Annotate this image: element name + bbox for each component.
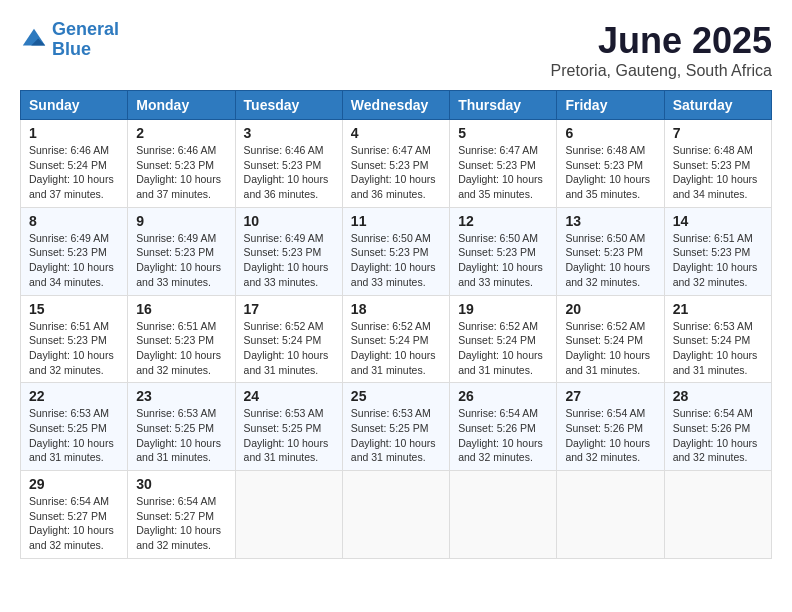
calendar-cell: 13 Sunrise: 6:50 AM Sunset: 5:23 PM Dayl… (557, 207, 664, 295)
day-info: Sunrise: 6:50 AM Sunset: 5:23 PM Dayligh… (458, 231, 548, 290)
week-row-0: 1 Sunrise: 6:46 AM Sunset: 5:24 PM Dayli… (21, 120, 772, 208)
calendar-cell: 21 Sunrise: 6:53 AM Sunset: 5:24 PM Dayl… (664, 295, 771, 383)
week-row-3: 22 Sunrise: 6:53 AM Sunset: 5:25 PM Dayl… (21, 383, 772, 471)
day-info: Sunrise: 6:52 AM Sunset: 5:24 PM Dayligh… (458, 319, 548, 378)
header-sunday: Sunday (21, 91, 128, 120)
day-number: 17 (244, 301, 334, 317)
day-info: Sunrise: 6:50 AM Sunset: 5:23 PM Dayligh… (351, 231, 441, 290)
calendar-cell: 12 Sunrise: 6:50 AM Sunset: 5:23 PM Dayl… (450, 207, 557, 295)
title-area: June 2025 Pretoria, Gauteng, South Afric… (551, 20, 772, 80)
week-row-2: 15 Sunrise: 6:51 AM Sunset: 5:23 PM Dayl… (21, 295, 772, 383)
day-info: Sunrise: 6:49 AM Sunset: 5:23 PM Dayligh… (29, 231, 119, 290)
logo: General Blue (20, 20, 119, 60)
calendar-cell: 29 Sunrise: 6:54 AM Sunset: 5:27 PM Dayl… (21, 471, 128, 559)
day-number: 30 (136, 476, 226, 492)
day-info: Sunrise: 6:52 AM Sunset: 5:24 PM Dayligh… (244, 319, 334, 378)
calendar-cell: 14 Sunrise: 6:51 AM Sunset: 5:23 PM Dayl… (664, 207, 771, 295)
day-info: Sunrise: 6:50 AM Sunset: 5:23 PM Dayligh… (565, 231, 655, 290)
day-number: 29 (29, 476, 119, 492)
calendar-cell: 30 Sunrise: 6:54 AM Sunset: 5:27 PM Dayl… (128, 471, 235, 559)
day-number: 11 (351, 213, 441, 229)
calendar-cell: 16 Sunrise: 6:51 AM Sunset: 5:23 PM Dayl… (128, 295, 235, 383)
calendar-cell: 27 Sunrise: 6:54 AM Sunset: 5:26 PM Dayl… (557, 383, 664, 471)
calendar-cell: 5 Sunrise: 6:47 AM Sunset: 5:23 PM Dayli… (450, 120, 557, 208)
day-info: Sunrise: 6:46 AM Sunset: 5:23 PM Dayligh… (136, 143, 226, 202)
day-info: Sunrise: 6:51 AM Sunset: 5:23 PM Dayligh… (136, 319, 226, 378)
logo-text: General Blue (52, 20, 119, 60)
header-saturday: Saturday (664, 91, 771, 120)
day-number: 18 (351, 301, 441, 317)
day-info: Sunrise: 6:53 AM Sunset: 5:25 PM Dayligh… (351, 406, 441, 465)
calendar-cell: 10 Sunrise: 6:49 AM Sunset: 5:23 PM Dayl… (235, 207, 342, 295)
day-number: 8 (29, 213, 119, 229)
day-info: Sunrise: 6:51 AM Sunset: 5:23 PM Dayligh… (29, 319, 119, 378)
day-info: Sunrise: 6:54 AM Sunset: 5:27 PM Dayligh… (29, 494, 119, 553)
day-info: Sunrise: 6:52 AM Sunset: 5:24 PM Dayligh… (565, 319, 655, 378)
day-info: Sunrise: 6:51 AM Sunset: 5:23 PM Dayligh… (673, 231, 763, 290)
day-info: Sunrise: 6:53 AM Sunset: 5:25 PM Dayligh… (29, 406, 119, 465)
day-number: 6 (565, 125, 655, 141)
day-info: Sunrise: 6:46 AM Sunset: 5:23 PM Dayligh… (244, 143, 334, 202)
day-info: Sunrise: 6:53 AM Sunset: 5:25 PM Dayligh… (244, 406, 334, 465)
calendar-table: Sunday Monday Tuesday Wednesday Thursday… (20, 90, 772, 559)
calendar-cell: 23 Sunrise: 6:53 AM Sunset: 5:25 PM Dayl… (128, 383, 235, 471)
calendar-cell (235, 471, 342, 559)
week-row-1: 8 Sunrise: 6:49 AM Sunset: 5:23 PM Dayli… (21, 207, 772, 295)
day-number: 7 (673, 125, 763, 141)
calendar-cell: 15 Sunrise: 6:51 AM Sunset: 5:23 PM Dayl… (21, 295, 128, 383)
calendar-cell (342, 471, 449, 559)
calendar-cell: 4 Sunrise: 6:47 AM Sunset: 5:23 PM Dayli… (342, 120, 449, 208)
day-number: 19 (458, 301, 548, 317)
day-number: 25 (351, 388, 441, 404)
day-info: Sunrise: 6:54 AM Sunset: 5:26 PM Dayligh… (673, 406, 763, 465)
calendar-cell: 22 Sunrise: 6:53 AM Sunset: 5:25 PM Dayl… (21, 383, 128, 471)
day-info: Sunrise: 6:52 AM Sunset: 5:24 PM Dayligh… (351, 319, 441, 378)
day-info: Sunrise: 6:47 AM Sunset: 5:23 PM Dayligh… (351, 143, 441, 202)
day-number: 24 (244, 388, 334, 404)
logo-line2: Blue (52, 39, 91, 59)
calendar-cell: 9 Sunrise: 6:49 AM Sunset: 5:23 PM Dayli… (128, 207, 235, 295)
calendar-cell: 2 Sunrise: 6:46 AM Sunset: 5:23 PM Dayli… (128, 120, 235, 208)
day-number: 4 (351, 125, 441, 141)
day-info: Sunrise: 6:54 AM Sunset: 5:27 PM Dayligh… (136, 494, 226, 553)
day-number: 2 (136, 125, 226, 141)
day-number: 13 (565, 213, 655, 229)
calendar-cell: 18 Sunrise: 6:52 AM Sunset: 5:24 PM Dayl… (342, 295, 449, 383)
day-info: Sunrise: 6:53 AM Sunset: 5:24 PM Dayligh… (673, 319, 763, 378)
logo-icon (20, 26, 48, 54)
week-row-4: 29 Sunrise: 6:54 AM Sunset: 5:27 PM Dayl… (21, 471, 772, 559)
day-info: Sunrise: 6:48 AM Sunset: 5:23 PM Dayligh… (673, 143, 763, 202)
day-number: 16 (136, 301, 226, 317)
day-number: 23 (136, 388, 226, 404)
day-info: Sunrise: 6:49 AM Sunset: 5:23 PM Dayligh… (244, 231, 334, 290)
calendar-cell: 7 Sunrise: 6:48 AM Sunset: 5:23 PM Dayli… (664, 120, 771, 208)
calendar-cell: 26 Sunrise: 6:54 AM Sunset: 5:26 PM Dayl… (450, 383, 557, 471)
day-info: Sunrise: 6:46 AM Sunset: 5:24 PM Dayligh… (29, 143, 119, 202)
day-info: Sunrise: 6:54 AM Sunset: 5:26 PM Dayligh… (458, 406, 548, 465)
day-number: 28 (673, 388, 763, 404)
calendar-cell: 3 Sunrise: 6:46 AM Sunset: 5:23 PM Dayli… (235, 120, 342, 208)
header-tuesday: Tuesday (235, 91, 342, 120)
header-thursday: Thursday (450, 91, 557, 120)
day-number: 26 (458, 388, 548, 404)
calendar-cell: 1 Sunrise: 6:46 AM Sunset: 5:24 PM Dayli… (21, 120, 128, 208)
day-info: Sunrise: 6:54 AM Sunset: 5:26 PM Dayligh… (565, 406, 655, 465)
day-number: 21 (673, 301, 763, 317)
day-number: 14 (673, 213, 763, 229)
day-info: Sunrise: 6:49 AM Sunset: 5:23 PM Dayligh… (136, 231, 226, 290)
calendar-cell: 17 Sunrise: 6:52 AM Sunset: 5:24 PM Dayl… (235, 295, 342, 383)
calendar-cell: 6 Sunrise: 6:48 AM Sunset: 5:23 PM Dayli… (557, 120, 664, 208)
day-number: 9 (136, 213, 226, 229)
calendar-cell: 24 Sunrise: 6:53 AM Sunset: 5:25 PM Dayl… (235, 383, 342, 471)
day-info: Sunrise: 6:47 AM Sunset: 5:23 PM Dayligh… (458, 143, 548, 202)
header: General Blue June 2025 Pretoria, Gauteng… (20, 20, 772, 80)
day-number: 20 (565, 301, 655, 317)
logo-line1: General (52, 19, 119, 39)
calendar-cell: 11 Sunrise: 6:50 AM Sunset: 5:23 PM Dayl… (342, 207, 449, 295)
day-info: Sunrise: 6:48 AM Sunset: 5:23 PM Dayligh… (565, 143, 655, 202)
header-wednesday: Wednesday (342, 91, 449, 120)
day-number: 22 (29, 388, 119, 404)
day-number: 27 (565, 388, 655, 404)
day-number: 10 (244, 213, 334, 229)
day-number: 15 (29, 301, 119, 317)
